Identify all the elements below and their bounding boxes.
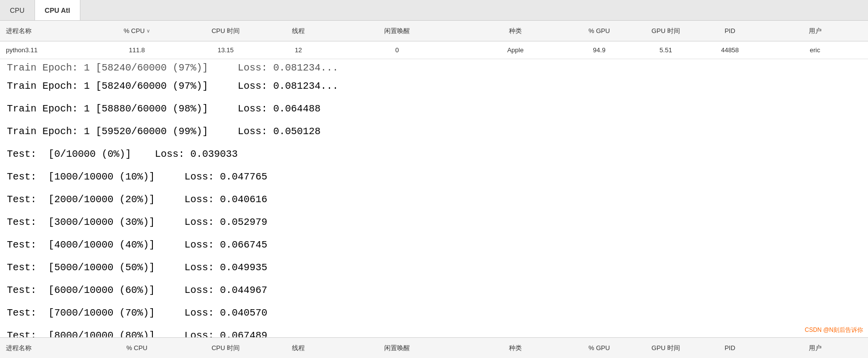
bottom-col-kind: 种类 [466, 338, 565, 358]
process-cpu-time: 13.15 [182, 41, 269, 59]
terminal-line: Test: [5000/10000 (50%)] Loss: 0.049935 [0, 256, 868, 279]
process-kind: Apple [466, 41, 565, 59]
tab-cpu[interactable]: CPU [0, 0, 35, 20]
col-header-cpu-pct[interactable]: % CPU ∨ [91, 21, 182, 41]
terminal-line: Train Epoch: 1 [59520/60000 (99%)] Loss:… [0, 120, 868, 143]
bottom-col-gpu-time: GPU 时间 [634, 338, 698, 358]
terminal-line: Test: [3000/10000 (30%)] Loss: 0.052979 [0, 211, 868, 234]
terminal-line: Test: [7000/10000 (70%)] Loss: 0.040570 [0, 302, 868, 324]
process-cpu-pct: 111.8 [91, 41, 182, 59]
bottom-col-idle: 闲置唤醒 [328, 338, 466, 358]
terminal-line: Test: [0/10000 (0%)] Loss: 0.039033 [0, 143, 868, 166]
process-row[interactable]: python3.11 111.8 13.15 12 0 Apple 94.9 5… [0, 41, 868, 59]
terminal-line: Test: [2000/10000 (20%)] Loss: 0.040616 [0, 188, 868, 211]
terminal-line-partial: Train Epoch: 1 [58240/60000 (97%)] Loss:… [0, 61, 868, 75]
bottom-col-user: 用户 [762, 338, 868, 358]
bottom-col-pid: PID [698, 338, 762, 358]
col-header-idle-wake[interactable]: 闲置唤醒 [328, 21, 466, 41]
col-header-process: 进程名称 [0, 21, 91, 41]
bottom-table-header: 进程名称 % CPU CPU 时间 线程 闲置唤醒 种类 % GPU GPU 时… [0, 337, 868, 358]
process-gpu-pct: 94.9 [565, 41, 634, 59]
terminal-line: Test: [6000/10000 (60%)] Loss: 0.044967 [0, 279, 868, 302]
col-header-threads[interactable]: 线程 [269, 21, 328, 41]
tab-cpu-ati[interactable]: CPU AtI [35, 0, 81, 20]
col-header-user[interactable]: 用户 [762, 21, 868, 41]
process-user: eric [762, 41, 868, 59]
terminal-output: Train Epoch: 1 [58240/60000 (97%)] Loss:… [0, 59, 868, 358]
col-header-cpu-time[interactable]: CPU 时间 [182, 21, 269, 41]
terminal-line: Test: [1000/10000 (10%)] Loss: 0.047765 [0, 166, 868, 188]
terminal-line: Test: [4000/10000 (40%)] Loss: 0.066745 [0, 234, 868, 256]
col-header-gpu-time[interactable]: GPU 时间 [634, 21, 698, 41]
process-idle-wake: 0 [328, 41, 466, 59]
process-name: python3.11 [0, 41, 91, 59]
col-header-kind[interactable]: 种类 [466, 21, 565, 41]
bottom-col-process: 进程名称 [0, 338, 91, 358]
bottom-col-threads: 线程 [269, 338, 328, 358]
header-tabs: CPU CPU AtI [0, 0, 868, 21]
bottom-col-cpu: % CPU [91, 338, 182, 358]
watermark: CSDN @N刻后告诉你 [805, 326, 863, 334]
col-header-pid[interactable]: PID [698, 21, 762, 41]
process-gpu-time: 5.51 [634, 41, 698, 59]
process-table-header: 进程名称 % CPU ∨ CPU 时间 线程 闲置唤醒 种类 % GPU GPU… [0, 21, 868, 41]
bottom-col-gpu: % GPU [565, 338, 634, 358]
terminal-line: Train Epoch: 1 [58240/60000 (97%)] Loss:… [0, 75, 868, 98]
process-threads: 12 [269, 41, 328, 59]
tab-cpu-ati-label: CPU AtI [45, 6, 71, 14]
terminal-line: Train Epoch: 1 [58880/60000 (98%)] Loss:… [0, 98, 868, 120]
process-pid: 44858 [698, 41, 762, 59]
bottom-col-cpu-time: CPU 时间 [182, 338, 269, 358]
tab-cpu-label: CPU [10, 6, 25, 14]
col-header-gpu-pct[interactable]: % GPU [565, 21, 634, 41]
sort-arrow-icon: ∨ [146, 28, 150, 34]
